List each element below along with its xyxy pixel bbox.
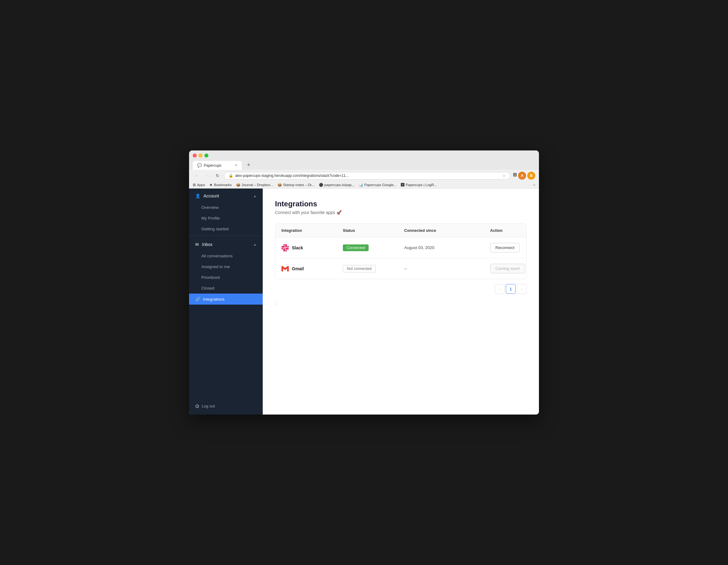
bookmark-journal-label: Journal – Dropbox...	[242, 183, 273, 187]
sidebar-item-all-conversations[interactable]: All conversations	[189, 250, 263, 261]
sidebar: 👤 Account ▲ Overview My Profile Getting …	[189, 188, 263, 415]
reload-button[interactable]: ↻	[214, 172, 222, 180]
slack-status-badge: Connected	[343, 244, 369, 251]
pagination: ‹ 1 ›	[275, 284, 527, 294]
sidebar-assigned-to-me-label: Assigned to me	[201, 264, 230, 269]
sidebar-account-title: 👤 Account	[195, 193, 219, 198]
integrations-table: Integration Status Connected since Actio…	[275, 223, 527, 279]
address-text: alex-papercups-staging.herokuapp.com/int…	[235, 173, 500, 178]
bookmark-apps[interactable]: ⊞ Apps	[193, 183, 205, 187]
pagination-page-1-button[interactable]: 1	[506, 284, 516, 294]
page-subtitle: Connect with your favorite apps 🚀	[275, 210, 527, 215]
table-header: Integration Status Connected since Actio…	[275, 224, 526, 237]
col-connected-since: Connected since	[404, 228, 490, 233]
integrations-icon: 🔗	[195, 297, 200, 302]
sidebar-my-profile-label: My Profile	[201, 216, 220, 220]
forward-button[interactable]: →	[203, 172, 211, 180]
bookmark-startup[interactable]: 📦 Startup notes – Dr...	[277, 183, 314, 187]
sidebar-account-section[interactable]: 👤 Account ▲	[189, 188, 263, 202]
apps-grid-icon: ⊞	[193, 183, 196, 187]
tab-close-button[interactable]: ✕	[235, 163, 238, 167]
slack-logo-icon	[281, 244, 289, 251]
gmail-coming-soon-button: Coming soon!	[490, 264, 525, 273]
table-row-slack: Slack Connected August 03, 2020 Reconnec…	[275, 237, 526, 258]
logout-button[interactable]: ⏻ Log out	[195, 404, 257, 408]
address-bar[interactable]: 🔒 alex-papercups-staging.herokuapp.com/i…	[224, 172, 510, 180]
sidebar-item-getting-started[interactable]: Getting started	[189, 223, 263, 234]
table-row-gmail: Gmail Not connected -- Coming soon!	[275, 258, 526, 279]
gmail-action-cell: Coming soon!	[490, 264, 527, 273]
sidebar-inbox-title: ✉ Inbox	[195, 242, 212, 247]
active-tab[interactable]: 💬 Papercups ✕	[193, 161, 242, 170]
page-title: Integrations	[275, 199, 527, 208]
bookmark-startup-label: Startup notes – Dr...	[283, 183, 314, 187]
sidebar-inbox-section[interactable]: ✉ Inbox ▲	[189, 237, 263, 250]
tab-favicon: 💬	[197, 163, 202, 168]
sidebar-bottom: ⏻ Log out	[189, 398, 263, 415]
sidebar-all-conversations-label: All conversations	[201, 253, 233, 258]
col-status: Status	[343, 228, 404, 233]
main-content: Integrations Connect with your favorite …	[263, 188, 539, 415]
pagination-next-button[interactable]: ›	[517, 284, 527, 294]
logr-icon: 🅰	[401, 183, 405, 187]
col-action: Action	[490, 228, 527, 233]
slack-action-cell: Reconnect	[490, 243, 527, 252]
sidebar-item-overview[interactable]: Overview	[189, 202, 263, 213]
dropbox-icon-2: 📦	[277, 183, 282, 187]
user-avatar[interactable]: A	[518, 172, 526, 180]
traffic-lights	[193, 153, 535, 157]
sidebar-inbox-label: Inbox	[202, 242, 212, 247]
pagination-prev-button[interactable]: ‹	[495, 284, 505, 294]
account-chevron-up-icon: ▲	[253, 194, 257, 198]
star-icon: ★	[209, 183, 213, 187]
more-bookmarks-button[interactable]: »	[533, 183, 535, 187]
sidebar-getting-started-label: Getting started	[201, 226, 229, 231]
browser-window: 💬 Papercups ✕ + ← → ↻ 🔒 alex-papercups-s…	[189, 150, 539, 415]
slack-status-cell: Connected	[343, 244, 404, 251]
bookmark-apps-label: Apps	[197, 183, 205, 187]
new-tab-button[interactable]: +	[244, 160, 254, 170]
bookmark-papercups-google[interactable]: 📊 Papercups Google...	[359, 183, 397, 187]
close-window-button[interactable]	[193, 153, 197, 157]
browser-chrome: 💬 Papercups ✕ +	[189, 150, 539, 170]
bookmark-star-icon[interactable]: ☆	[502, 173, 506, 178]
bookmark-papercups-logr[interactable]: 🅰 Papercups | LogR...	[401, 183, 437, 187]
sidebar-item-closed[interactable]: Closed	[189, 283, 263, 294]
tabs-bar: 💬 Papercups ✕ +	[193, 160, 535, 170]
bookmark-bookmarks[interactable]: ★ Bookmarks	[209, 183, 232, 187]
bookmark-journal[interactable]: 📦 Journal – Dropbox...	[236, 183, 273, 187]
toolbar: ← → ↻ 🔒 alex-papercups-staging.herokuapp…	[189, 170, 539, 181]
app-container: 👤 Account ▲ Overview My Profile Getting …	[189, 188, 539, 415]
col-integration: Integration	[281, 228, 343, 233]
slack-name: Slack	[292, 245, 303, 250]
sidebar-item-integrations[interactable]: 🔗 Integrations	[189, 294, 263, 305]
user-avatar-2[interactable]: B	[527, 172, 535, 180]
dropbox-icon: 📦	[236, 183, 240, 187]
bookmark-papercups-google-label: Papercups Google...	[364, 183, 397, 187]
logout-label: Log out	[202, 404, 215, 408]
tab-title: Papercups	[204, 163, 233, 168]
sidebar-divider	[189, 235, 263, 236]
sidebar-closed-label: Closed	[201, 286, 214, 291]
slack-reconnect-button[interactable]: Reconnect	[490, 243, 520, 252]
sidebar-item-assigned-to-me[interactable]: Assigned to me	[189, 261, 263, 272]
slack-connected-since: August 03, 2020	[404, 245, 490, 250]
chart-icon: 📊	[359, 183, 363, 187]
sidebar-account-label: Account	[203, 193, 219, 198]
maximize-window-button[interactable]	[204, 153, 208, 157]
extensions-icon[interactable]: ⊞	[513, 172, 517, 180]
lock-icon: 🔒	[229, 173, 233, 178]
back-button[interactable]: ←	[193, 172, 201, 180]
inbox-chevron-up-icon: ▲	[253, 242, 257, 246]
sidebar-item-my-profile[interactable]: My Profile	[189, 213, 263, 223]
user-icon: 👤	[195, 193, 200, 198]
bookmark-papercups-logr-label: Papercups | LogR...	[406, 183, 437, 187]
bookmark-bookmarks-label: Bookmarks	[214, 183, 232, 187]
sidebar-item-prioritized[interactable]: Prioritized	[189, 272, 263, 283]
inbox-icon: ✉	[195, 242, 199, 247]
bookmark-papercups-github[interactable]: ⚫ papercups-io/pap...	[319, 183, 354, 187]
integration-name-slack: Slack	[281, 244, 343, 251]
integration-name-gmail: Gmail	[281, 265, 343, 272]
minimize-window-button[interactable]	[199, 153, 203, 157]
semicolon-text: ;	[275, 300, 527, 305]
